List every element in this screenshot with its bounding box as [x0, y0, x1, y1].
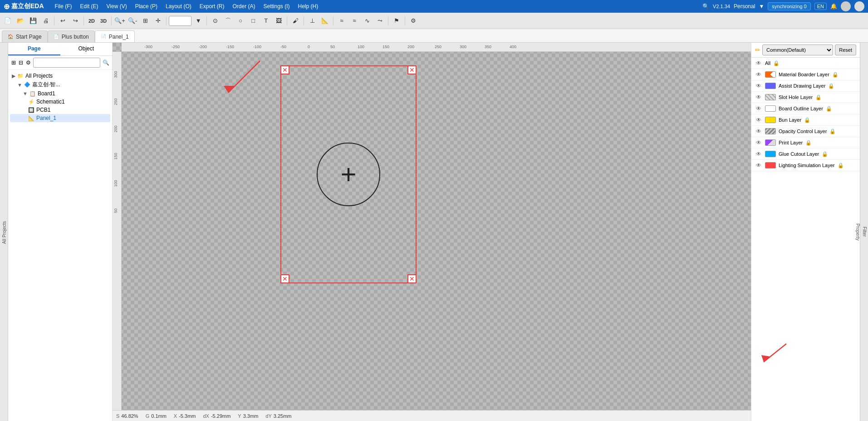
zoom-value-input[interactable]: 0.1	[169, 16, 191, 26]
pcb-panel-outline[interactable]: ✕ ✕ ✕ ✕	[280, 65, 417, 283]
layer-lock-bo[interactable]: 🔒	[826, 105, 832, 112]
layer-eye-ad[interactable]: 👁	[755, 82, 762, 89]
account-chevron[interactable]: ▼	[759, 3, 764, 10]
layer-lock-gc[interactable]: 🔒	[822, 151, 828, 157]
tab-panel1[interactable]: 📄 Panel_1	[95, 30, 135, 42]
circle-btn[interactable]: ○	[235, 15, 246, 27]
layer-eye-oc[interactable]: 👁	[755, 128, 762, 135]
canvas-content[interactable]: ✕ ✕ ✕ ✕	[122, 52, 751, 421]
layers-reset-button[interactable]: Reset	[835, 45, 856, 55]
layer-lock-pr[interactable]: 🔒	[805, 139, 812, 146]
menu-order[interactable]: Order (A)	[229, 2, 259, 10]
collapse-all-btn[interactable]: ⊟	[18, 58, 24, 68]
menu-export[interactable]: Export (R)	[196, 2, 228, 10]
layer-row-material-boarder[interactable]: 👁 Material Boarder Layer 🔒	[751, 69, 860, 80]
sidebar-tab-object[interactable]: Object	[60, 43, 113, 55]
menu-settings[interactable]: Settings (I)	[260, 2, 293, 10]
layer-eye-mb[interactable]: 👁	[755, 71, 762, 78]
layer-row-glue-cutout[interactable]: 👁 Glue Cutout Layer 🔒	[751, 149, 860, 160]
redo-btn[interactable]: ↪	[69, 15, 81, 27]
lang-label[interactable]: EN	[814, 3, 827, 10]
rect-btn[interactable]: □	[247, 15, 259, 27]
layer-lock-ls[interactable]: 🔒	[838, 162, 844, 168]
tree-schematic1[interactable]: ⚡ Schematic1	[10, 98, 110, 106]
zoom-out-btn[interactable]: 🔍-	[127, 15, 138, 27]
sidebar-search-input[interactable]	[33, 58, 100, 68]
user-avatar2[interactable]	[854, 1, 864, 11]
route2-btn[interactable]: ≈	[348, 15, 360, 27]
print-btn[interactable]: 🖨	[40, 15, 52, 27]
paint-btn[interactable]: 🖌	[289, 15, 301, 27]
new-btn[interactable]: 📄	[2, 15, 14, 27]
layer-eye-pr[interactable]: 👁	[755, 139, 762, 146]
rvtab-filter[interactable]: Filter	[861, 223, 868, 240]
layer-row-assist-drawing[interactable]: 👁 Assist Drawing Layer 🔒	[751, 80, 860, 92]
layer-row-print[interactable]: 👁 Print Layer 🔒	[751, 137, 860, 149]
route-btn[interactable]: ≈	[336, 15, 348, 27]
svg-rect-16	[113, 52, 122, 324]
tree-board1[interactable]: ▼ 📋 Board1	[10, 89, 110, 98]
account-label[interactable]: Personal	[734, 3, 755, 10]
tree-panel1[interactable]: 📐 Panel_1	[10, 114, 110, 122]
layer-row-bun[interactable]: 👁 Bun Layer 🔒	[751, 114, 860, 126]
filter-btn[interactable]: ⚙	[25, 58, 31, 68]
tree-project-root[interactable]: ▼ 🔷 嘉立创·智...	[10, 80, 110, 89]
fit-btn[interactable]: ⊞	[139, 15, 151, 27]
layer-row-board-outline[interactable]: 👁 Board Outline Layer 🔒	[751, 103, 860, 114]
2d-btn[interactable]: 2D	[86, 15, 97, 27]
tree-all-projects[interactable]: ▶ 📁 All Projects	[10, 72, 110, 80]
cross-btn[interactable]: ✛	[152, 15, 164, 27]
3d-btn[interactable]: 3D	[98, 15, 109, 27]
layer-eye-bo[interactable]: 👁	[755, 105, 762, 112]
layer-lock-all[interactable]: 🔒	[773, 60, 780, 66]
image-btn[interactable]: 🖼	[273, 15, 284, 27]
open-btn[interactable]: 📂	[15, 15, 26, 27]
layer-lock-oc[interactable]: 🔒	[829, 128, 836, 134]
zoom-dropdown[interactable]: ▼	[192, 15, 204, 27]
vtab-all-projects[interactable]: All Projects	[1, 218, 8, 248]
tree-pcb1[interactable]: 🔲 PCB1	[10, 106, 110, 114]
layer-row-all[interactable]: 👁 All 🔒	[751, 58, 860, 69]
layer-eye-sh[interactable]: 👁	[755, 94, 762, 101]
layer-lock-mb[interactable]: 🔒	[832, 71, 839, 78]
layer-eye-bun[interactable]: 👁	[755, 116, 762, 124]
snap-btn[interactable]: ⊙	[209, 15, 221, 27]
layer-lock-bun[interactable]: 🔒	[804, 117, 810, 123]
menu-place[interactable]: Place (P)	[132, 2, 161, 10]
sidebar-tab-page[interactable]: Page	[8, 43, 60, 55]
layer-row-slot-hole[interactable]: 👁 Slot Hole Layer 🔒	[751, 92, 860, 103]
sidebar-search-icon[interactable]: 🔍	[102, 58, 110, 68]
tab-plus-button[interactable]: 📄 Plus button	[48, 30, 95, 42]
route4-btn[interactable]: ⤳	[374, 15, 386, 27]
menu-help[interactable]: Help (H)	[294, 2, 322, 10]
search-icon[interactable]: 🔍	[702, 3, 709, 10]
route3-btn[interactable]: ∿	[361, 15, 373, 27]
settings-btn[interactable]: ⚙	[407, 15, 419, 27]
menu-layout[interactable]: Layout (O)	[162, 2, 195, 10]
rvtab-property[interactable]: Property	[854, 220, 861, 244]
menu-file[interactable]: File (F)	[51, 2, 76, 10]
measure-btn[interactable]: 📐	[319, 15, 331, 27]
layer-row-opacity[interactable]: 👁 Opacity Control Layer 🔒	[751, 126, 860, 137]
layer-lock-sh[interactable]: 🔒	[815, 94, 822, 100]
layer-lock-ad[interactable]: 🔒	[828, 83, 834, 89]
layer-row-lighting[interactable]: 👁 Lighting Simulation Layer 🔒	[751, 160, 860, 171]
save-btn[interactable]: 💾	[27, 15, 39, 27]
text-btn[interactable]: T	[260, 15, 272, 27]
user-avatar[interactable]	[841, 1, 851, 11]
align-btn[interactable]: ⊥	[306, 15, 318, 27]
arc-btn[interactable]: ⌒	[222, 15, 234, 27]
menu-edit[interactable]: Edit (E)	[77, 2, 102, 10]
tab-start-page[interactable]: 🏠 Start Page	[2, 30, 48, 42]
menu-view[interactable]: View (V)	[103, 2, 131, 10]
undo-btn[interactable]: ↩	[57, 15, 69, 27]
zoom-in-btn[interactable]: 🔍+	[114, 15, 126, 27]
layer-eye-ls[interactable]: 👁	[755, 162, 762, 169]
layer-preset-select[interactable]: Common(Default)	[762, 45, 833, 55]
notification-icon[interactable]: 🔔	[830, 3, 837, 10]
expand-all-btn[interactable]: ⊞	[11, 58, 16, 68]
sync-button[interactable]: synchronizing 0	[768, 2, 810, 10]
layer-eye-gc[interactable]: 👁	[755, 150, 762, 158]
drc-btn[interactable]: ⚑	[391, 15, 402, 27]
layer-eye-all[interactable]: 👁	[755, 59, 762, 67]
